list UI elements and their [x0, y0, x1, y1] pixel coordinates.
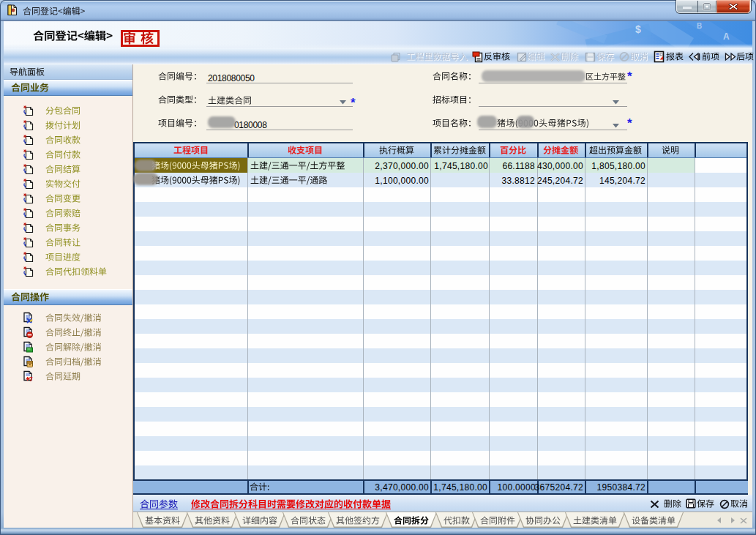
svg-text:7: 7	[29, 375, 33, 383]
